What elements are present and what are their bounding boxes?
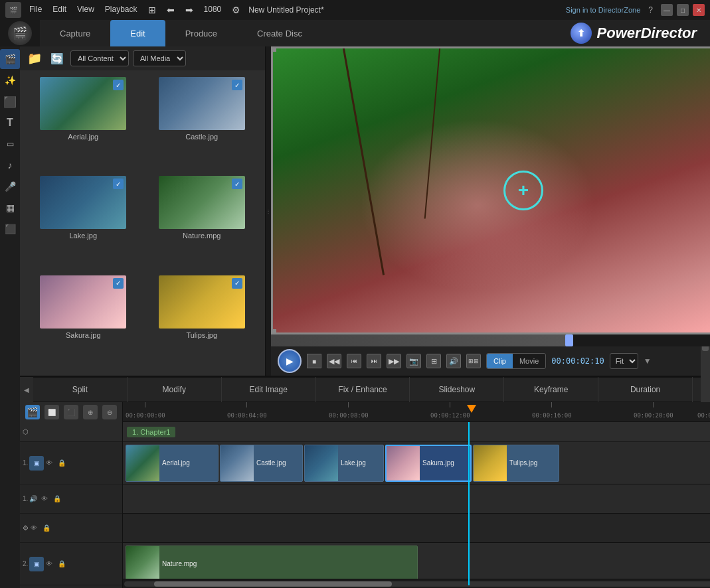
clip-view-btn[interactable]: Clip <box>487 354 513 368</box>
fx-track <box>123 514 710 543</box>
movie-view-btn[interactable]: Movie <box>513 354 545 368</box>
check-badge: ✓ <box>232 179 242 189</box>
clip-sakura[interactable]: Sakura.jpg <box>385 445 472 482</box>
timeline-mode-btn2[interactable]: ⬛ <box>64 405 78 419</box>
sidebar-chapter[interactable]: ⬛ <box>0 219 20 239</box>
media-filename: Aerial.jpg <box>68 133 98 141</box>
list-item[interactable]: ✓ Castle.jpg <box>145 77 259 171</box>
audio-track-1-header: 1. 🔊 👁 🔒 <box>20 484 122 514</box>
menu-settings[interactable]: ⚙ <box>232 5 240 15</box>
media-filename: Castle.jpg <box>185 133 218 141</box>
audio-lock-btn[interactable]: 🔒 <box>52 494 62 504</box>
fast-forward-button[interactable]: ▶▶ <box>387 354 401 368</box>
snapshot-button[interactable]: 📷 <box>406 354 421 368</box>
audio-track-number: 1. <box>23 495 28 502</box>
sidebar-subtitle[interactable]: ▭ <box>0 134 20 154</box>
sidebar-text[interactable]: T <box>0 113 20 133</box>
sidebar-record[interactable]: 🎤 <box>0 177 20 196</box>
close-btn[interactable]: ✕ <box>693 4 705 16</box>
play-button[interactable]: ▶ <box>278 349 302 373</box>
scrubber-handle[interactable] <box>565 334 573 346</box>
clip-aerial[interactable]: Aerial.jpg <box>126 445 219 482</box>
fx-lock-btn[interactable]: 🔒 <box>41 523 52 534</box>
slideshow-button[interactable]: Slideshow <box>410 377 504 402</box>
sign-in-link[interactable]: Sign in to DirectorZone <box>566 6 641 14</box>
minimize-btn[interactable]: — <box>661 4 673 16</box>
edit-image-button[interactable]: Edit Image <box>222 377 316 402</box>
video-track-1: Aerial.jpg Castle.jpg Lake.jpg <box>123 442 710 484</box>
zoom-fit-select[interactable]: Fit <box>610 353 638 369</box>
track-eye-btn[interactable]: 👁 <box>44 458 54 469</box>
sidebar-media[interactable]: 🎬 <box>0 49 20 69</box>
content-filter[interactable]: All Content <box>70 50 129 66</box>
layout-button[interactable]: ⊞⊞ <box>466 354 481 368</box>
clip-label: Sakura.jpg <box>420 459 457 467</box>
project-title: New Untitled Project* <box>248 5 323 15</box>
duration-button[interactable]: Duration <box>598 377 693 402</box>
tab-produce[interactable]: Produce <box>165 20 237 46</box>
folder-button[interactable]: 📁 <box>25 49 44 68</box>
chapter-track-label: ⬡ <box>23 428 29 435</box>
expand-left-btn[interactable]: ◀ <box>20 377 33 402</box>
menu-edit[interactable]: Edit <box>52 5 66 15</box>
list-item[interactable]: ✓ Lake.jpg <box>27 176 140 269</box>
scrubber-bar[interactable] <box>271 334 710 346</box>
media-type-filter[interactable]: All Media <box>133 50 186 66</box>
tab-create-disc[interactable]: Create Disc <box>237 20 322 46</box>
add-media-track-btn[interactable]: 🎬 <box>25 405 40 419</box>
tab-edit[interactable]: Edit <box>110 20 165 46</box>
timeline-zoom-btn[interactable]: ⊕ <box>83 405 98 419</box>
clip-nature[interactable]: Nature.mpg <box>126 546 418 583</box>
fix-enhance-button[interactable]: Fix / Enhance <box>316 377 410 402</box>
fx-eye-btn[interactable]: 👁 <box>29 523 39 534</box>
list-item[interactable]: ✓ Nature.mpg <box>145 176 259 269</box>
hscroll-thumb[interactable] <box>154 581 392 587</box>
panel-resize-handle[interactable]: ⋮ <box>266 46 271 376</box>
timeline-mode-btn1[interactable]: ⬜ <box>44 405 59 419</box>
clip-castle[interactable]: Castle.jpg <box>220 445 303 482</box>
menu-icon3[interactable]: ➡ <box>185 5 193 15</box>
timeline-zoom-out-btn[interactable]: ⊖ <box>102 405 117 419</box>
menu-file[interactable]: File <box>29 5 42 15</box>
timeline-tracks-area: 00:00:00:00 00:00:04:00 00:00:08:00 00:0… <box>123 402 710 588</box>
refresh-button[interactable]: 🔄 <box>48 49 66 68</box>
more-options-btn[interactable]: ▼ <box>644 356 652 366</box>
rewind-button[interactable]: ◀◀ <box>327 354 341 368</box>
maximize-btn[interactable]: □ <box>677 4 689 16</box>
volume-button[interactable]: 🔊 <box>446 354 461 368</box>
split-button[interactable]: Split <box>33 377 128 402</box>
step-forward-button[interactable]: ⏭ <box>367 354 381 368</box>
thumbnail: ✓ <box>159 77 245 130</box>
help-btn[interactable]: ? <box>648 5 653 15</box>
modify-button[interactable]: Modify <box>128 377 222 402</box>
tab-capture[interactable]: Capture <box>40 20 110 46</box>
menu-view[interactable]: View <box>77 5 94 15</box>
menu-icon2[interactable]: ⬅ <box>167 5 175 15</box>
timeline-controls-row: 🎬 ⬜ ⬛ ⊕ ⊖ <box>20 402 122 422</box>
add-to-timeline-button[interactable]: + <box>503 171 543 210</box>
menu-playback[interactable]: Playback <box>105 5 137 15</box>
stop-button[interactable]: ■ <box>307 354 321 368</box>
ruler-mark-3: 00:00:12:00 <box>430 402 470 421</box>
audio-eye-btn[interactable]: 👁 <box>39 494 50 504</box>
hscroll-track[interactable] <box>124 581 710 587</box>
clip-tulips[interactable]: Tulips.jpg <box>473 445 559 482</box>
keyframe-button[interactable]: Keyframe <box>504 377 598 402</box>
menu-icon1[interactable]: ⊞ <box>148 5 156 15</box>
track2-eye-btn[interactable]: 👁 <box>44 559 54 569</box>
sidebar-transition[interactable]: ⬛ <box>0 92 20 111</box>
menu-resolution[interactable]: 1080 <box>204 5 222 15</box>
list-item[interactable]: ✓ Aerial.jpg <box>27 77 140 171</box>
sidebar-audio[interactable]: ♪ <box>0 155 20 175</box>
list-item[interactable]: ✓ Tulips.jpg <box>145 275 259 369</box>
track2-lock-btn[interactable]: 🔒 <box>56 559 67 569</box>
sidebar-slideshow[interactable]: ▦ <box>0 198 20 218</box>
timeline-horizontal-scrollbar[interactable] <box>123 579 710 588</box>
zoom-button[interactable]: ⊞ <box>426 354 441 368</box>
sidebar-effects[interactable]: ✨ <box>0 70 20 90</box>
track-lock-btn[interactable]: 🔒 <box>56 458 67 469</box>
fx-track-icon: ⚙ <box>23 524 29 532</box>
step-back-button[interactable]: ⏮ <box>347 354 361 368</box>
list-item[interactable]: ✓ Sakura.jpg <box>27 275 140 369</box>
clip-lake[interactable]: Lake.jpg <box>304 445 384 482</box>
